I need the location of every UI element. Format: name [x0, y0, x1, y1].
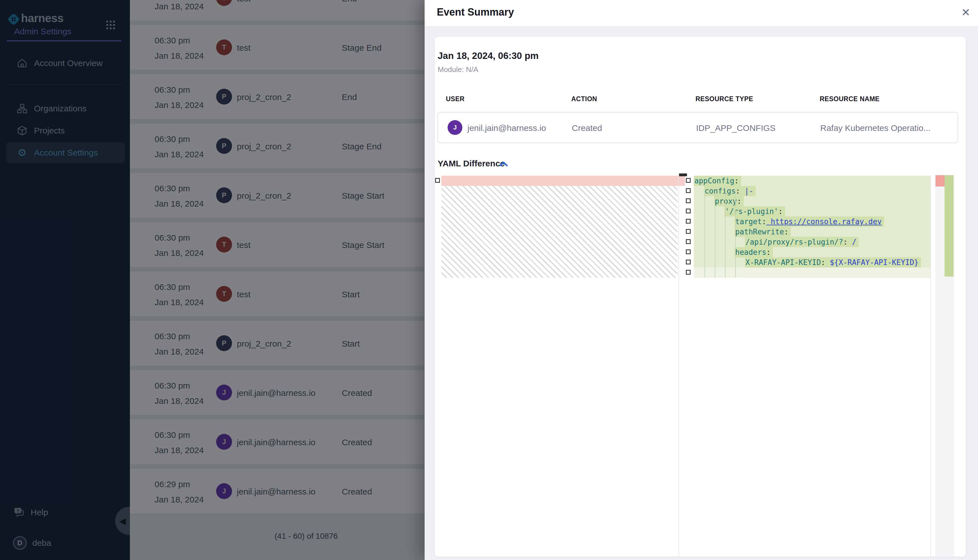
yaml-diff-line: X-RAFAY-API-KEYID: ${X-RAFAY-API-KEYID} [694, 257, 930, 268]
col-header-resource-name: RESOURCE NAME [820, 95, 879, 103]
event-resource-type: IDP_APP_CONFIGS [696, 123, 776, 133]
diff-line-marker [686, 270, 690, 275]
event-resource-name: Rafay Kubernetes Operatio... [820, 123, 931, 133]
event-action: Created [572, 123, 602, 133]
diff-code-edge-line [930, 176, 931, 557]
diff-line-marker [686, 219, 690, 223]
diff-line-marker [686, 229, 690, 234]
yaml-diff-line [694, 268, 930, 278]
col-header-user: USER [446, 95, 465, 103]
col-header-action: ACTION [571, 95, 597, 103]
indent-guide [735, 192, 736, 278]
modal-backdrop[interactable] [0, 0, 425, 560]
diff-line-marker [686, 198, 690, 203]
yaml-link[interactable]: https://console.rafay.dev [766, 217, 882, 226]
event-user-avatar: J [448, 120, 462, 135]
indent-guide [715, 192, 716, 278]
diff-pane-divider [679, 176, 679, 557]
yaml-diff-line: /api/proxy/rs-plugin/?: / [694, 237, 930, 247]
diff-line-marker [686, 178, 690, 183]
yaml-value: |- [740, 187, 753, 195]
yaml-diff-line: proxy: [694, 196, 930, 206]
page-root: Jan 18, 2024 T test End 06:30 pm Jan 18,… [0, 0, 978, 560]
yaml-diff-line: configs: |- [694, 186, 930, 196]
event-module: Module: N/A [438, 65, 478, 74]
close-icon[interactable]: ✕ [958, 5, 974, 20]
diff-removed-band [441, 176, 685, 186]
event-summary-modal: Event Summary ✕ Jan 18, 2024, 06:30 pm M… [425, 0, 978, 560]
col-header-resource-type: RESOURCE TYPE [695, 95, 753, 103]
event-detail-row: J jenil.jain@harness.io Created IDP_APP_… [437, 112, 958, 143]
chevron-up-icon[interactable] [499, 160, 508, 168]
ruler-removed-marker [935, 175, 945, 187]
yaml-difference-toggle[interactable]: YAML Difference [438, 159, 505, 168]
yaml-diff-line: headers: [694, 247, 930, 257]
modal-title: Event Summary [437, 6, 514, 18]
indent-guide [725, 192, 726, 278]
yaml-diff-line: appConfig: [694, 176, 930, 186]
yaml-value: / [848, 238, 856, 246]
diff-line-marker [686, 260, 690, 264]
diff-line-marker [686, 208, 690, 213]
diff-left-gutter-marker [435, 178, 440, 183]
diff-empty-hatch-region [441, 186, 678, 278]
event-timestamp: Jan 18, 2024, 06:30 pm [438, 50, 538, 61]
yaml-diff-line: '/rs-plugin': [694, 206, 930, 217]
yaml-diff-line: target: https://console.rafay.dev [694, 217, 930, 227]
diff-line-marker [686, 239, 690, 244]
diff-deleted-marker [679, 173, 687, 176]
diff-line-marker [686, 188, 690, 193]
event-user: jenil.jain@harness.io [467, 123, 546, 133]
diff-line-marker [686, 249, 690, 254]
yaml-diff-line: pathRewrite: [694, 227, 930, 237]
yaml-value: ${X-RAFAY-API-KEYID} [826, 258, 919, 267]
ruler-added-marker [945, 175, 954, 277]
indent-guide [705, 192, 705, 278]
